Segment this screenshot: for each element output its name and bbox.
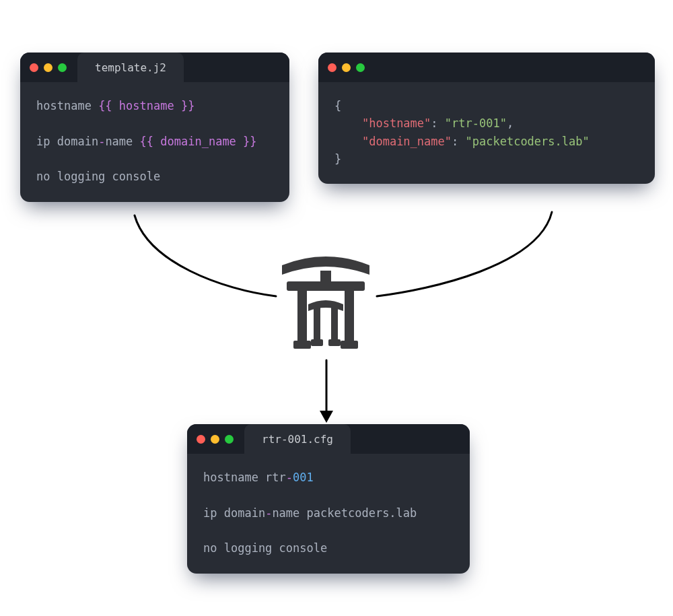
code-text: "domain_name" <box>362 135 452 148</box>
titlebar: rtr-001.cfg <box>187 424 470 454</box>
code-text: } <box>334 152 341 166</box>
svg-rect-8 <box>311 339 323 346</box>
code-text: "packetcoders.lab" <box>466 135 590 148</box>
tab-output: rtr-001.cfg <box>244 424 351 454</box>
svg-rect-7 <box>331 307 338 341</box>
zoom-icon <box>225 435 234 444</box>
code-text: - <box>265 506 272 520</box>
zoom-icon <box>58 63 67 72</box>
data-window: { "hostname": "rtr-001", "domain_name": … <box>318 53 655 184</box>
arrowhead-icon <box>320 411 333 423</box>
output-window: rtr-001.cfg hostname rtr-001 ip domain-n… <box>187 424 470 574</box>
code-text: ip domain <box>36 135 98 148</box>
code-text: : <box>431 116 444 130</box>
code-text: no logging console <box>203 541 327 555</box>
connector-data-to-logo <box>377 212 552 296</box>
connector-template-to-logo <box>135 215 276 296</box>
traffic-lights <box>328 63 365 72</box>
template-code: hostname {{ hostname }} ip domain-name {… <box>20 82 289 202</box>
code-text: hostname <box>36 99 98 112</box>
code-text: ip domain <box>203 506 265 520</box>
minimize-icon <box>211 435 219 444</box>
code-text: 001 <box>293 471 314 484</box>
minimize-icon <box>342 63 351 72</box>
code-text: - <box>98 135 105 148</box>
minimize-icon <box>44 63 52 72</box>
close-icon <box>328 63 336 72</box>
template-window: template.j2 hostname {{ hostname }} ip d… <box>20 53 289 202</box>
svg-rect-2 <box>297 281 307 342</box>
zoom-icon <box>356 63 365 72</box>
code-text: name <box>105 135 139 148</box>
svg-rect-1 <box>320 271 331 283</box>
output-code: hostname rtr-001 ip domain-name packetco… <box>187 454 470 574</box>
svg-rect-6 <box>314 307 320 341</box>
code-text: no logging console <box>36 170 160 183</box>
traffic-lights <box>197 435 234 444</box>
code-text: : <box>452 135 465 148</box>
close-icon <box>197 435 205 444</box>
jinja-torii-icon <box>279 246 373 354</box>
code-text: name packetcoders.lab <box>272 506 417 520</box>
code-text: "rtr-001" <box>445 116 507 130</box>
code-text: {{ hostname }} <box>98 99 194 112</box>
svg-rect-9 <box>328 339 341 346</box>
diagram-stage: template.j2 hostname {{ hostname }} ip d… <box>0 0 673 616</box>
code-text: , <box>507 116 513 130</box>
code-text: "hostname" <box>362 116 431 130</box>
titlebar: template.j2 <box>20 53 289 82</box>
traffic-lights <box>30 63 67 72</box>
data-code: { "hostname": "rtr-001", "domain_name": … <box>318 82 655 184</box>
tab-template: template.j2 <box>77 53 184 82</box>
code-text: { <box>334 99 341 112</box>
titlebar <box>318 53 655 82</box>
code-text: - <box>286 471 293 484</box>
close-icon <box>30 63 38 72</box>
svg-rect-5 <box>341 341 358 349</box>
code-text: {{ domain_name }} <box>140 135 257 148</box>
svg-rect-4 <box>293 341 311 349</box>
svg-rect-3 <box>345 281 354 342</box>
code-text: hostname rtr <box>203 471 286 484</box>
